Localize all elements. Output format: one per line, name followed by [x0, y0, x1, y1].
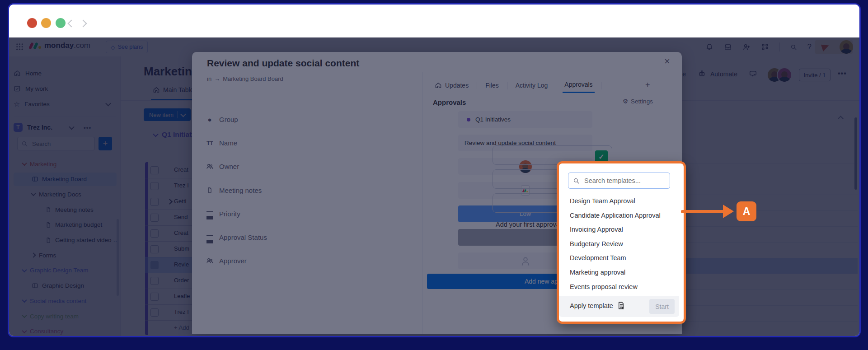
- template-dropdown: Design Team ApprovalCandidate Applicatio…: [557, 161, 686, 324]
- template-option-label: Development Team: [570, 254, 626, 261]
- close-window-button[interactable]: [27, 18, 37, 28]
- template-option[interactable]: Development Team: [570, 252, 626, 263]
- template-option-label: Candidate Application Approval: [570, 212, 661, 219]
- apply-template-button[interactable]: Apply template: [570, 302, 613, 309]
- template-option[interactable]: Budgetary Review: [570, 238, 623, 249]
- template-option[interactable]: Marketing approval: [570, 267, 625, 278]
- app-window: monday .com ◇ See plans ? HomeMy work☆Fa…: [9, 5, 859, 336]
- template-option[interactable]: Events proposal review: [570, 281, 638, 292]
- template-option[interactable]: Candidate Application Approval: [570, 210, 661, 221]
- screen: { "colors": { "accent_blue": "#0073ea", …: [0, 0, 868, 350]
- search-icon: [573, 177, 580, 184]
- template-option-label: Marketing approval: [570, 269, 625, 276]
- annotation-arrow: [681, 210, 724, 213]
- template-search-input[interactable]: [583, 177, 662, 185]
- start-label: Start: [655, 303, 669, 310]
- dropdown-footer: Apply template Start: [559, 296, 679, 317]
- zoom-window-button[interactable]: [56, 18, 66, 28]
- annotation-label: A: [743, 205, 751, 218]
- template-option-label: Design Team Approval: [570, 197, 635, 205]
- minimize-window-button[interactable]: [41, 18, 51, 28]
- template-option-label: Budgetary Review: [570, 240, 623, 247]
- template-option[interactable]: Design Team Approval: [570, 196, 635, 206]
- template-option-label: Invoicing Approval: [570, 226, 623, 233]
- template-option-label: Events proposal review: [570, 283, 638, 290]
- start-button[interactable]: Start: [649, 299, 675, 314]
- window-titlebar: [9, 5, 859, 38]
- template-search[interactable]: [568, 173, 670, 189]
- annotation-badge: A: [737, 201, 756, 221]
- browser-forward-icon[interactable]: [80, 20, 87, 28]
- template-option[interactable]: Invoicing Approval: [570, 224, 623, 235]
- apply-template-icon[interactable]: [617, 301, 625, 310]
- spotlight-overlay: [9, 37, 859, 336]
- browser-back-icon[interactable]: [68, 20, 75, 28]
- annotation-arrow-head: [723, 205, 734, 218]
